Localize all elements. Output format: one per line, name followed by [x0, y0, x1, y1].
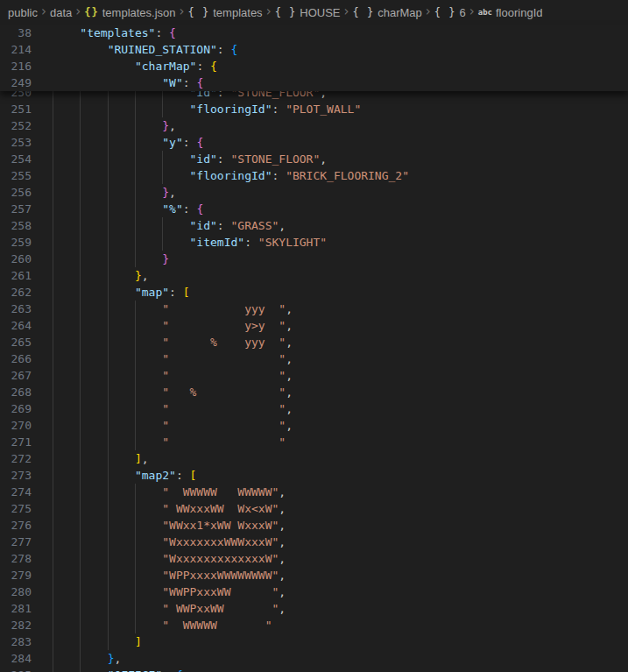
- line-number[interactable]: 273: [0, 467, 32, 484]
- line-number[interactable]: 38: [0, 25, 32, 41]
- line-number[interactable]: 265: [0, 334, 32, 350]
- line-content[interactable]: "WWxx1*xWW WxxxW",: [32, 517, 628, 534]
- breadcrumb-item-data[interactable]: data: [50, 6, 72, 19]
- line-number[interactable]: 255: [0, 167, 32, 184]
- code-line-282[interactable]: 282 " WWWWW ": [0, 617, 628, 633]
- code-line-267[interactable]: 267 " ",: [0, 367, 628, 384]
- line-content[interactable]: "WxxxxxxxWWWxxxW",: [32, 534, 628, 550]
- breadcrumb-item-6[interactable]: { }6: [434, 6, 466, 19]
- line-content[interactable]: "W": {: [32, 74, 628, 91]
- line-content[interactable]: " WWPxxWW ",: [32, 600, 628, 617]
- line-content[interactable]: "id": "STONE_FLOOR",: [32, 151, 628, 167]
- code-line-257[interactable]: 257 "%": {: [0, 201, 628, 217]
- line-content[interactable]: ]: [32, 633, 628, 650]
- line-content[interactable]: " ",: [32, 400, 628, 417]
- line-content[interactable]: },: [32, 117, 628, 134]
- breadcrumb-item-house[interactable]: { }HOUSE: [275, 6, 341, 19]
- line-content[interactable]: " % ",: [32, 384, 628, 400]
- code-line-268[interactable]: 268 " % ",: [0, 384, 628, 400]
- breadcrumb-item-flooringid[interactable]: abcflooringId: [478, 6, 543, 19]
- line-content[interactable]: "WxxxxxxxxxxxxxW",: [32, 550, 628, 567]
- line-content[interactable]: "flooringId": "BRICK_FLOORING_2": [32, 167, 628, 184]
- sticky-line-38[interactable]: 38 "templates": {: [0, 25, 628, 41]
- breadcrumb-item-charmap[interactable]: { }charMap: [353, 6, 422, 19]
- line-content[interactable]: },: [32, 650, 628, 667]
- line-number[interactable]: 278: [0, 550, 32, 567]
- code-line-255[interactable]: 255 "flooringId": "BRICK_FLOORING_2": [0, 167, 628, 184]
- line-content[interactable]: "charMap": {: [32, 58, 628, 74]
- code-line-280[interactable]: 280 "WWPPxxxWW ",: [0, 584, 628, 600]
- line-number[interactable]: 271: [0, 434, 32, 450]
- line-number[interactable]: 250: [0, 91, 32, 101]
- code-line-271[interactable]: 271 " ": [0, 434, 628, 450]
- line-content[interactable]: "y": {: [32, 134, 628, 151]
- line-content[interactable]: },: [32, 184, 628, 201]
- line-number[interactable]: 275: [0, 500, 32, 517]
- code-line-251[interactable]: 251 "flooringId": "PLOT_WALL": [0, 101, 628, 117]
- line-content[interactable]: "WPPxxxxWWWWWWWW",: [32, 567, 628, 584]
- line-content[interactable]: " ": [32, 434, 628, 450]
- line-content[interactable]: " yyy ",: [32, 301, 628, 317]
- sticky-line-216[interactable]: 216 "charMap": {: [0, 58, 628, 74]
- line-content[interactable]: "%": {: [32, 201, 628, 217]
- line-content[interactable]: "map": [: [32, 284, 628, 301]
- code-line-284[interactable]: 284 },: [0, 650, 628, 667]
- line-number[interactable]: 267: [0, 367, 32, 384]
- code-line-265[interactable]: 265 " % yyy ",: [0, 334, 628, 350]
- code-line-270[interactable]: 270 " ",: [0, 417, 628, 434]
- line-content[interactable]: " ",: [32, 350, 628, 367]
- line-number[interactable]: 277: [0, 534, 32, 550]
- code-line-274[interactable]: 274 " WWWWW WWWWW",: [0, 484, 628, 500]
- line-number[interactable]: 262: [0, 284, 32, 301]
- line-number[interactable]: 260: [0, 251, 32, 267]
- partially-hidden-line-250[interactable]: 250 "id": "STONE_FLOOR",: [0, 91, 628, 101]
- code-line-258[interactable]: 258 "id": "GRASS",: [0, 217, 628, 234]
- code-line-281[interactable]: 281 " WWPxxWW ",: [0, 600, 628, 617]
- editor[interactable]: 38 "templates": {214 "RUINED_STATION": {…: [0, 25, 628, 672]
- line-number[interactable]: 256: [0, 184, 32, 201]
- breadcrumb-item-templates[interactable]: { }templates: [188, 6, 263, 19]
- code-line-277[interactable]: 277 "WxxxxxxxWWWxxxW",: [0, 534, 628, 550]
- line-number[interactable]: 279: [0, 567, 32, 584]
- line-number[interactable]: 281: [0, 600, 32, 617]
- code-line-264[interactable]: 264 " y>y ",: [0, 317, 628, 334]
- sticky-line-214[interactable]: 214 "RUINED_STATION": {: [0, 41, 628, 58]
- line-number[interactable]: 254: [0, 151, 32, 167]
- line-content[interactable]: "OFFICE": {: [32, 667, 628, 672]
- code-line-263[interactable]: 263 " yyy ",: [0, 301, 628, 317]
- code-line-275[interactable]: 275 " WWxxxWW Wx<xW",: [0, 500, 628, 517]
- line-number[interactable]: 216: [0, 58, 32, 74]
- code-line-262[interactable]: 262 "map": [: [0, 284, 628, 301]
- line-content[interactable]: },: [32, 267, 628, 284]
- line-content[interactable]: " WWWWW WWWWW",: [32, 484, 628, 500]
- breadcrumb-item-templates-json[interactable]: {}templates.json: [84, 6, 175, 19]
- code-line-253[interactable]: 253 "y": {: [0, 134, 628, 151]
- breadcrumb-item-public[interactable]: public: [8, 6, 38, 19]
- line-content[interactable]: "id": "GRASS",: [32, 217, 628, 234]
- line-number[interactable]: 276: [0, 517, 32, 534]
- line-number[interactable]: 285: [0, 667, 32, 672]
- line-number[interactable]: 252: [0, 117, 32, 134]
- line-number[interactable]: 261: [0, 267, 32, 284]
- line-content[interactable]: " y>y ",: [32, 317, 628, 334]
- line-number[interactable]: 274: [0, 484, 32, 500]
- code-line-283[interactable]: 283 ]: [0, 633, 628, 650]
- line-number[interactable]: 283: [0, 633, 32, 650]
- code-line-260[interactable]: 260 }: [0, 251, 628, 267]
- code-line-272[interactable]: 272 ],: [0, 450, 628, 467]
- line-content[interactable]: " ",: [32, 367, 628, 384]
- line-content[interactable]: " ",: [32, 417, 628, 434]
- line-content[interactable]: " WWxxxWW Wx<xW",: [32, 500, 628, 517]
- code-line-285[interactable]: 285 "OFFICE": {: [0, 667, 628, 672]
- line-content[interactable]: "WWPPxxxWW ",: [32, 584, 628, 600]
- line-number[interactable]: 249: [0, 74, 32, 91]
- line-content[interactable]: " WWWWW ": [32, 617, 628, 633]
- line-number[interactable]: 263: [0, 301, 32, 317]
- line-content[interactable]: }: [32, 251, 628, 267]
- line-content[interactable]: "RUINED_STATION": {: [32, 41, 628, 58]
- line-content[interactable]: ],: [32, 450, 628, 467]
- line-number[interactable]: 214: [0, 41, 32, 58]
- code-line-250[interactable]: 250 "id": "STONE_FLOOR",: [0, 91, 628, 101]
- line-content[interactable]: " % yyy ",: [32, 334, 628, 350]
- code-line-276[interactable]: 276 "WWxx1*xWW WxxxW",: [0, 517, 628, 534]
